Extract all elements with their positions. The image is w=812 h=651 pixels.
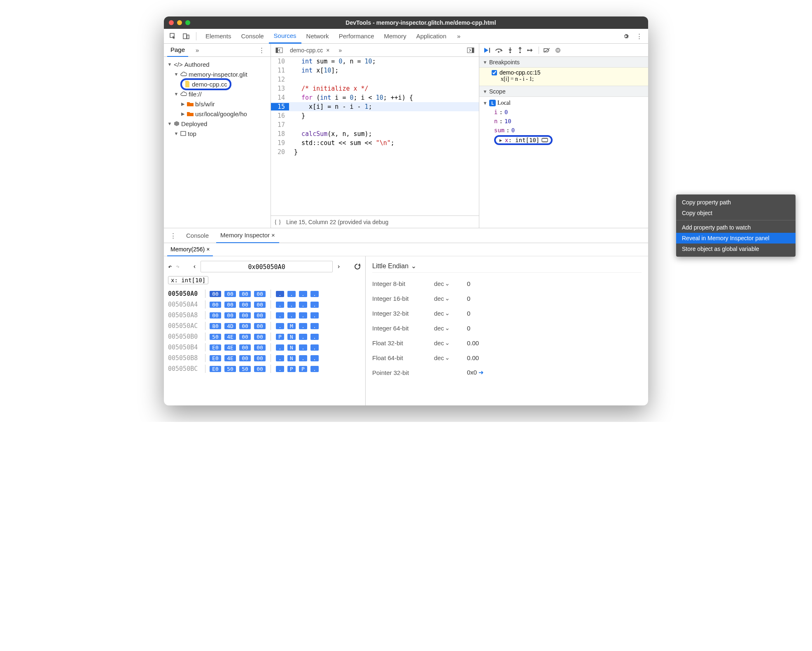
tree-bsw[interactable]: ▶ b/s/w/ir	[166, 99, 269, 109]
resume-icon[interactable]	[483, 47, 491, 54]
drawer-tab-memory-inspector[interactable]: Memory Inspector ×	[216, 228, 279, 243]
close-drawer-tab-icon[interactable]: ×	[271, 232, 275, 239]
redo-icon[interactable]: ↷	[176, 263, 180, 270]
close-memory-tab-icon[interactable]: ×	[206, 246, 210, 253]
tree-file-scheme[interactable]: ▼ file://	[166, 89, 269, 99]
tab-network[interactable]: Network	[301, 29, 334, 44]
nav-kebab-icon[interactable]: ⋮	[256, 44, 267, 56]
memory-icon[interactable]	[541, 137, 548, 143]
endianness-select[interactable]: Little Endian ⌄	[372, 260, 642, 273]
tree-host[interactable]: ▼ memory-inspector.glit	[166, 69, 269, 79]
pause-exceptions-icon[interactable]	[555, 47, 561, 54]
scope-var[interactable]: sum: 0	[483, 126, 645, 135]
format-select[interactable]: dec ⌄	[434, 339, 459, 347]
pretty-print-icon[interactable]: { }	[274, 219, 281, 225]
format-select[interactable]: dec ⌄	[434, 280, 459, 287]
format-select[interactable]: dec ⌄	[434, 324, 459, 332]
tab-sources[interactable]: Sources	[269, 29, 301, 44]
context-menu-item[interactable]: Add property path to watch	[676, 222, 796, 233]
object-chip[interactable]: x: int[10]	[168, 276, 208, 284]
toggle-navigator-icon[interactable]	[273, 44, 285, 56]
maximize-window-icon[interactable]	[185, 20, 190, 25]
code-line[interactable]: 15 x[i] = n - i - 1;	[271, 102, 479, 111]
more-nav-tabs-icon[interactable]: »	[191, 44, 203, 56]
next-page-icon[interactable]: ›	[337, 263, 341, 270]
step-icon[interactable]	[527, 48, 534, 53]
device-toolbar-icon[interactable]	[180, 30, 192, 42]
editor-tab-democpp[interactable]: demo-cpp.cc ×	[287, 44, 332, 57]
format-select[interactable]: dec ⌄	[434, 309, 459, 317]
code-line[interactable]: 17	[271, 120, 479, 129]
tree-usr[interactable]: ▶ usr/local/google/ho	[166, 109, 269, 119]
hex-row[interactable]: 005050A000000000....	[168, 288, 361, 299]
hex-row[interactable]: 005050A400000000....	[168, 299, 361, 310]
page-tab[interactable]: Page	[167, 44, 188, 57]
close-tab-icon[interactable]: ×	[326, 47, 329, 54]
step-out-icon[interactable]	[517, 47, 523, 54]
context-menu-item[interactable]: Copy property path	[676, 197, 796, 208]
tab-console[interactable]: Console	[236, 29, 269, 44]
step-over-icon[interactable]	[495, 47, 503, 53]
code-line[interactable]: 20}	[271, 148, 479, 157]
svg-rect-3	[181, 131, 186, 136]
deactivate-breakpoints-icon[interactable]	[543, 47, 551, 53]
code-line[interactable]: 14 for (int i = 0; i < 10; ++i) {	[271, 93, 479, 102]
address-input[interactable]: 0x005050A0	[201, 261, 333, 272]
context-menu-item[interactable]: Reveal in Memory Inspector panel	[676, 233, 796, 244]
code-line[interactable]: 13 /* initialize x */	[271, 84, 479, 93]
tree-file-democpp[interactable]: demo-cpp.cc	[166, 79, 269, 89]
drawer-kebab-icon[interactable]: ⋮	[167, 230, 179, 241]
context-menu-item[interactable]: Store object as global variable	[676, 244, 796, 254]
format-select[interactable]: dec ⌄	[434, 354, 459, 361]
close-window-icon[interactable]	[169, 20, 174, 25]
kebab-menu-icon[interactable]: ⋮	[633, 30, 645, 42]
inspect-element-icon[interactable]	[167, 30, 179, 42]
toggle-debugger-icon[interactable]	[465, 44, 476, 56]
breakpoint-item[interactable]: demo-cpp.cc:15 x[i] = n - i - 1;	[479, 68, 648, 86]
code-line[interactable]: 12	[271, 75, 479, 84]
tab-application[interactable]: Application	[411, 29, 451, 44]
scope-var[interactable]: i: 0	[483, 108, 645, 117]
code-line[interactable]: 18 calcSum(x, n, sum);	[271, 129, 479, 138]
prev-page-icon[interactable]: ‹	[193, 263, 196, 270]
tree-authored[interactable]: ▼ </> Authored	[166, 59, 269, 69]
memory-buffer-tab[interactable]: Memory(256) ×	[167, 243, 213, 256]
context-menu-item[interactable]: Copy object	[676, 208, 796, 218]
scope-var[interactable]: n: 10	[483, 117, 645, 126]
hex-row[interactable]: 005050B8E04E0000.N..	[168, 353, 361, 363]
code-line[interactable]: 11 int x[10];	[271, 66, 479, 75]
tree-deployed[interactable]: ▼ Deployed	[166, 119, 269, 129]
scope-local[interactable]: ▼ L Local	[483, 98, 645, 108]
tab-elements[interactable]: Elements	[201, 29, 236, 44]
value-row: Float 64-bitdec ⌄0.00	[372, 350, 642, 365]
scope-section[interactable]: ▼Scope	[479, 86, 648, 97]
hex-row[interactable]: 005050AC804D0000.M..	[168, 321, 361, 331]
minimize-window-icon[interactable]	[177, 20, 182, 25]
drawer-tab-console[interactable]: Console	[182, 228, 213, 243]
editor-status: Line 15, Column 22 (provided via debug	[286, 219, 388, 225]
code-editor[interactable]: 10 int sum = 0, n = 10;11 int x[10];1213…	[271, 57, 479, 215]
tab-performance[interactable]: Performance	[334, 29, 379, 44]
tree-top[interactable]: ▼ top	[166, 129, 269, 138]
undo-icon[interactable]: ↶	[168, 263, 172, 270]
hex-row[interactable]: 005050B0504E0000PN..	[168, 331, 361, 342]
code-line[interactable]: 19 std::cout << sum << "\n";	[271, 138, 479, 148]
hex-row[interactable]: 005050B4E04E0000.N..	[168, 342, 361, 353]
settings-icon[interactable]	[620, 30, 632, 42]
code-line[interactable]: 10 int sum = 0, n = 10;	[271, 57, 479, 66]
hex-row[interactable]: 005050BCE0505000.PP.	[168, 363, 361, 374]
hex-row[interactable]: 005050A800000000....	[168, 310, 361, 321]
chevron-down-icon: ⌄	[445, 280, 450, 287]
scope-var-x[interactable]: ▶ x: int[10]	[483, 136, 645, 145]
step-into-icon[interactable]	[507, 47, 513, 54]
more-tabs-icon[interactable]: »	[453, 30, 464, 42]
more-editor-tabs-icon[interactable]: »	[334, 44, 346, 56]
format-select[interactable]: dec ⌄	[434, 295, 459, 302]
code-line[interactable]: 16 }	[271, 111, 479, 120]
breakpoint-checkbox[interactable]	[492, 70, 497, 75]
tab-memory[interactable]: Memory	[379, 29, 411, 44]
breakpoints-section[interactable]: ▼Breakpoints	[479, 57, 648, 68]
refresh-icon[interactable]	[354, 263, 361, 270]
jump-to-address-icon[interactable]: ➜	[478, 369, 484, 376]
chevron-down-icon: ⌄	[445, 295, 450, 302]
